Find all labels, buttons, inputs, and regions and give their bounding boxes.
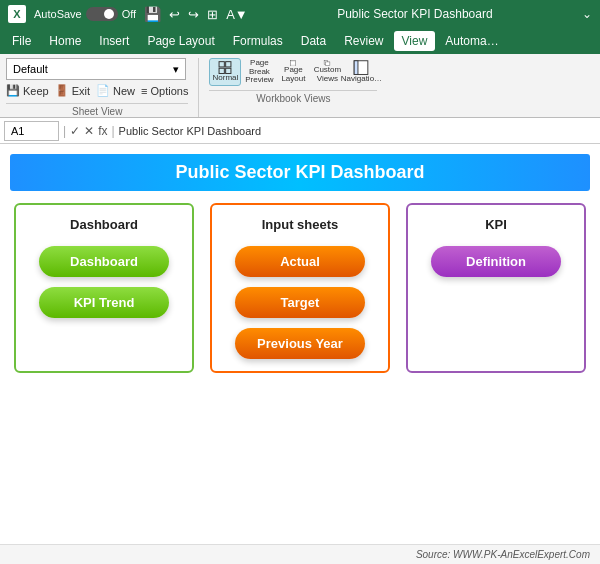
page-layout-button[interactable]: Page Layout: [277, 58, 309, 86]
sheet-view-value: Default: [13, 63, 48, 75]
custom-views-label: Custom Views: [313, 66, 341, 84]
save-icon[interactable]: 💾: [144, 6, 161, 22]
keep-label: Keep: [23, 85, 49, 97]
autosave-label: AutoSave: [34, 8, 82, 20]
kpi-box: KPI Definition: [406, 203, 586, 373]
dropdown-chevron-icon: ▾: [173, 63, 179, 76]
menu-bar: File Home Insert Page Layout Formulas Da…: [0, 28, 600, 54]
dropdown-arrow-icon[interactable]: ⌄: [582, 7, 592, 21]
cell-ref-value: A1: [11, 125, 24, 137]
normal-view-button[interactable]: Normal: [209, 58, 241, 86]
menu-data[interactable]: Data: [293, 31, 334, 51]
input-sheets-title: Input sheets: [262, 217, 339, 232]
sheet-view-dropdown[interactable]: Default ▾: [6, 58, 186, 80]
page-break-label: Page Break Preview: [245, 59, 273, 85]
autosave-area: AutoSave Off: [34, 7, 136, 21]
target-pill[interactable]: Target: [235, 287, 365, 318]
excel-logo: X: [8, 5, 26, 23]
ribbon: Default ▾ 💾 Keep 🚪 Exit 📄 New ≡: [0, 54, 600, 118]
sheet-view-panel: Default ▾ 💾 Keep 🚪 Exit 📄 New ≡: [6, 58, 199, 117]
previous-year-pill[interactable]: Previous Year: [235, 328, 365, 359]
page-layout-label: Page Layout: [279, 66, 307, 84]
menu-view[interactable]: View: [394, 31, 436, 51]
spreadsheet-area: Public Sector KPI Dashboard Dashboard Da…: [0, 144, 600, 544]
redo-icon[interactable]: ↪: [188, 7, 199, 22]
toggle-state: Off: [122, 8, 136, 20]
page-break-button[interactable]: Page Break Preview: [243, 58, 275, 86]
options-button[interactable]: ≡ Options: [141, 85, 188, 97]
dashboard-boxes: Dashboard Dashboard KPI Trend Input shee…: [10, 203, 590, 373]
keep-icon: 💾: [6, 84, 20, 97]
formula-bar-separator: |: [111, 124, 114, 138]
navigation-icon: [351, 60, 371, 75]
exit-button[interactable]: 🚪 Exit: [55, 84, 90, 97]
menu-page-layout[interactable]: Page Layout: [139, 31, 222, 51]
workbook-title: Public Sector KPI Dashboard: [256, 7, 574, 21]
undo-icon[interactable]: ↩: [169, 7, 180, 22]
formula-icons: ✓ ✕ fx: [70, 124, 107, 138]
input-sheets-box: Input sheets Actual Target Previous Year: [210, 203, 390, 373]
formula-bar: A1 | ✓ ✕ fx | Public Sector KPI Dashboar…: [0, 118, 600, 144]
menu-file[interactable]: File: [4, 31, 39, 51]
cell-reference-box[interactable]: A1: [4, 121, 59, 141]
svg-rect-13: [355, 61, 359, 75]
formula-content[interactable]: Public Sector KPI Dashboard: [119, 125, 596, 137]
kpi-trend-pill[interactable]: KPI Trend: [39, 287, 169, 318]
toggle-knob: [104, 9, 114, 19]
exit-label: Exit: [72, 85, 90, 97]
checkmark-icon[interactable]: ✓: [70, 124, 80, 138]
menu-insert[interactable]: Insert: [91, 31, 137, 51]
options-label: Options: [150, 85, 188, 97]
options-icon: ≡: [141, 85, 147, 97]
exit-icon: 🚪: [55, 84, 69, 97]
actual-pill[interactable]: Actual: [235, 246, 365, 277]
navigation-button[interactable]: Navigatio…: [345, 58, 377, 86]
menu-automate[interactable]: Automa…: [437, 31, 506, 51]
view-buttons-row: Normal Page Break Preview: [209, 58, 377, 86]
navigation-label: Navigatio…: [341, 75, 382, 84]
keep-button[interactable]: 💾 Keep: [6, 84, 49, 97]
kpi-box-title: KPI: [485, 217, 507, 232]
dashboard-pill[interactable]: Dashboard: [39, 246, 169, 277]
svg-rect-0: [219, 62, 224, 67]
menu-home[interactable]: Home: [41, 31, 89, 51]
new-label: New: [113, 85, 135, 97]
new-button[interactable]: 📄 New: [96, 84, 135, 97]
dashboard-title: Public Sector KPI Dashboard: [10, 154, 590, 191]
source-footer: Source: WWW.PK-AnExcelExpert.Com: [0, 544, 600, 564]
custom-views-button[interactable]: Custom Views: [311, 58, 343, 86]
definition-pill[interactable]: Definition: [431, 246, 561, 277]
cross-icon[interactable]: ✕: [84, 124, 94, 138]
font-color-icon[interactable]: A▼: [226, 7, 248, 22]
sheet-view-buttons: 💾 Keep 🚪 Exit 📄 New ≡ Options: [6, 84, 188, 97]
sheet-view-label: Sheet View: [6, 103, 188, 117]
new-icon: 📄: [96, 84, 110, 97]
title-bar: X AutoSave Off 💾 ↩ ↪ ⊞ A▼ Public Sector …: [0, 0, 600, 28]
fx-icon[interactable]: fx: [98, 124, 107, 138]
source-text: Source: WWW.PK-AnExcelExpert.Com: [416, 549, 590, 560]
menu-review[interactable]: Review: [336, 31, 391, 51]
svg-rect-1: [226, 62, 231, 67]
workbook-views-label: Workbook Views: [209, 90, 377, 104]
dashboard-box-title: Dashboard: [70, 217, 138, 232]
menu-formulas[interactable]: Formulas: [225, 31, 291, 51]
dashboard-box: Dashboard Dashboard KPI Trend: [14, 203, 194, 373]
grid-icon[interactable]: ⊞: [207, 7, 218, 22]
app-wrapper: X AutoSave Off 💾 ↩ ↪ ⊞ A▼ Public Sector …: [0, 0, 600, 564]
workbook-views-panel: Normal Page Break Preview: [209, 58, 377, 117]
formula-divider: |: [63, 124, 66, 138]
autosave-toggle[interactable]: [86, 7, 118, 21]
normal-label: Normal: [213, 74, 239, 83]
